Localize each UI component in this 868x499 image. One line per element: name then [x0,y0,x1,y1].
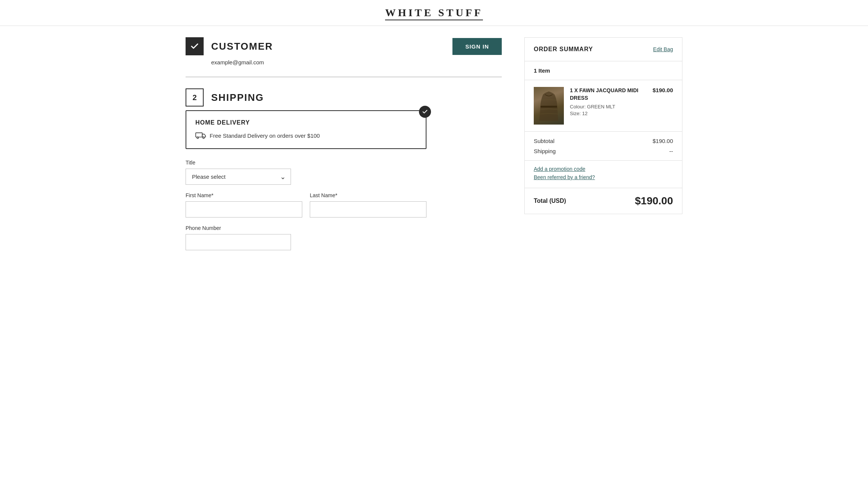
customer-section-title: CUSTOMER [211,41,273,52]
item-details: 1 X FAWN JACQUARD MIDI DRESS Colour: GRE… [570,87,647,116]
item-image-inner [534,87,564,125]
order-totals: Subtotal $190.00 Shipping -- [525,132,682,161]
phone-label: Phone Number [186,225,426,231]
name-form-row: First Name* Last Name* [186,192,426,225]
first-name-input[interactable] [186,201,302,218]
right-column: ORDER SUMMARY Edit Bag 1 Item [524,26,682,262]
section-divider [186,77,502,77]
title-label: Title [186,160,426,166]
last-name-input[interactable] [310,201,426,218]
left-column: CUSTOMER SIGN IN example@gmail.com 2 SHI… [186,26,502,262]
grand-total-row: Total (USD) $190.00 [525,188,682,214]
shipping-option-check-icon [419,106,431,118]
svg-point-1 [197,137,198,138]
shipping-section: 2 SHIPPING HOME DELIVERY [186,88,502,250]
last-name-form-group: Last Name* [310,192,426,218]
truck-icon [195,131,206,140]
site-header: WHITE STUFF [0,0,868,26]
shipping-section-title: SHIPPING [211,92,264,103]
shipping-value: -- [669,148,673,154]
first-name-label: First Name* [186,192,302,198]
subtotal-row: Subtotal $190.00 [534,138,673,144]
phone-input[interactable] [186,234,291,250]
phone-form-group: Phone Number [186,225,426,250]
first-name-form-group: First Name* [186,192,302,218]
edit-bag-link[interactable]: Edit Bag [653,46,673,52]
item-color: Colour: GREEN MLT [570,104,647,110]
last-name-label: Last Name* [310,192,426,198]
grand-total-label: Total (USD) [534,198,566,204]
main-layout: CUSTOMER SIGN IN example@gmail.com 2 SHI… [171,26,697,262]
item-size-label: Size: [570,111,581,116]
shipping-label: Shipping [534,148,556,154]
grand-total-value: $190.00 [635,195,673,207]
item-price: $190.00 [653,87,673,93]
free-delivery-text: Free Standard Delivery on orders over $1… [210,132,320,139]
item-color-value: GREEN MLT [587,104,615,110]
order-links: Add a promotion code Been referred by a … [525,161,682,188]
shipping-form: Title Please select Mr Mrs Miss Ms Dr ⌄ [186,160,426,250]
item-size: Size: 12 [570,111,647,116]
shipping-section-header: 2 SHIPPING [186,88,502,106]
title-select[interactable]: Please select Mr Mrs Miss Ms Dr [186,169,291,185]
home-delivery-title: HOME DELIVERY [195,119,417,126]
title-form-group: Title Please select Mr Mrs Miss Ms Dr ⌄ [186,160,426,185]
item-size-value: 12 [582,111,588,116]
customer-section-header: CUSTOMER SIGN IN [186,37,502,55]
shipping-step-indicator: 2 [186,88,204,106]
site-logo: WHITE STUFF [385,7,483,20]
customer-step-check [186,37,204,55]
item-color-label: Colour: [570,104,586,110]
order-summary-header: ORDER SUMMARY Edit Bag [525,38,682,61]
title-select-wrapper: Please select Mr Mrs Miss Ms Dr ⌄ [186,169,291,185]
referral-link[interactable]: Been referred by a friend? [534,174,673,180]
shipping-step-number: 2 [186,88,204,106]
promo-code-link[interactable]: Add a promotion code [534,166,673,172]
svg-rect-3 [541,106,557,108]
order-item-count: 1 Item [525,61,682,80]
customer-email: example@gmail.com [211,59,502,65]
customer-section: CUSTOMER SIGN IN example@gmail.com [186,37,502,65]
sign-in-button[interactable]: SIGN IN [452,38,502,55]
svg-point-2 [203,137,204,138]
order-summary-title: ORDER SUMMARY [534,46,593,53]
subtotal-value: $190.00 [653,138,673,144]
svg-rect-0 [196,133,203,137]
item-image [534,87,564,125]
free-delivery-row: Free Standard Delivery on orders over $1… [195,131,417,140]
shipping-option-box[interactable]: HOME DELIVERY Free Standard Delivery on … [186,110,426,149]
item-name: 1 X FAWN JACQUARD MIDI DRESS [570,87,647,102]
shipping-row: Shipping -- [534,148,673,154]
customer-step-indicator [186,37,204,55]
subtotal-label: Subtotal [534,138,554,144]
order-summary-box: ORDER SUMMARY Edit Bag 1 Item [524,37,682,214]
order-item: 1 X FAWN JACQUARD MIDI DRESS Colour: GRE… [525,80,682,132]
